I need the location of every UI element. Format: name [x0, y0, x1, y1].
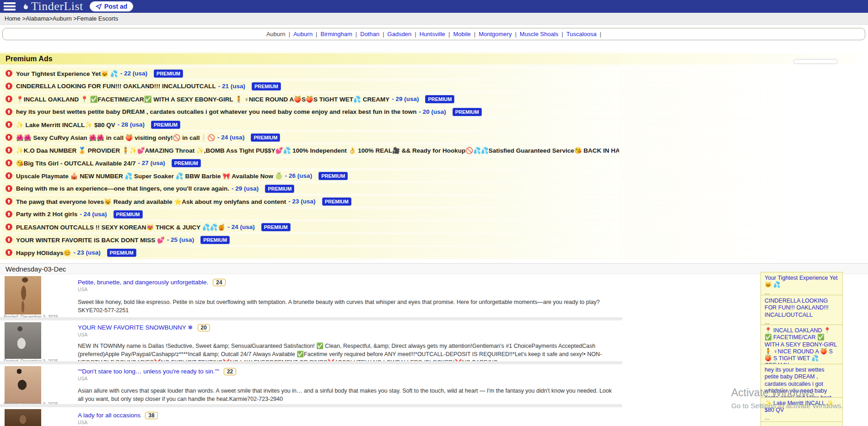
- listing-photo[interactable]: [5, 276, 41, 314]
- premium-ad-meta: - 22 (usa): [120, 70, 147, 77]
- city-separator: |: [561, 31, 563, 37]
- top-navbar: TinderList Post ad: [0, 0, 868, 13]
- premium-ad-text: ✨ Lake Merritt INCALL✨ $80 QV: [16, 121, 115, 128]
- premium-ad-row[interactable]: ⬆Upscale Playmate 🎪 NEW NUMBER 💦 Super S…: [4, 170, 619, 181]
- premium-ad-row[interactable]: ⬆hey its your best wettes petite baby DR…: [4, 106, 619, 117]
- listing-description: Sweet like honey, bold like espresso. Pe…: [78, 298, 613, 306]
- bump-up-icon: ⬆: [5, 108, 12, 115]
- premium-ad-row[interactable]: ⬆Your Tightest Experience Yet🐱 💦- 22 (us…: [4, 68, 619, 79]
- listing-item: Posted: December 3, 2025 "“Don't stare t…: [0, 364, 622, 404]
- sidebar-ad-text[interactable]: 📍 INCALL OAKLAND 📍 ✅ FACETIME/CAR ✅ WITH…: [765, 327, 839, 369]
- premium-ad-text: YOUR WINTER FAVORITE IS BACK DONT MISS 💕: [16, 236, 165, 244]
- menu-icon[interactable]: [4, 2, 16, 11]
- city-separator: |: [515, 31, 516, 37]
- city-link-dothan[interactable]: Dothan: [360, 31, 379, 37]
- premium-ad-text: Being with me is an experience—one that …: [16, 185, 229, 192]
- premium-ad-row[interactable]: ⬆😘Big Tits Girl - OUTCALL Available 24/7…: [4, 158, 619, 168]
- sidebar-ad-box[interactable]: Your Tightest Experience Yet🐱 💦 ...: [760, 272, 843, 298]
- horizontal-scrollbar[interactable]: [793, 59, 838, 64]
- premium-ad-meta: - 24 (usa): [217, 134, 244, 141]
- city-link-auburn-active: Auburn: [266, 31, 286, 37]
- premium-ad-row[interactable]: ⬆Being with me is an experience—one that…: [4, 183, 619, 194]
- premium-badge: PREMIUM: [261, 223, 291, 231]
- premium-ad-text: CINDERELLA LOOKING FOR FUN!!! OAKLAND!!!…: [16, 83, 216, 90]
- city-link-huntsville[interactable]: Huntsville: [420, 31, 445, 37]
- premium-badge: PREMIUM: [151, 121, 180, 129]
- listing-location: USA: [78, 332, 613, 337]
- premium-ad-meta: - 25 (usa): [167, 236, 194, 243]
- listing-photo[interactable]: [5, 322, 41, 359]
- city-separator: |: [316, 31, 317, 37]
- sidebar-ad-box[interactable]: CINDERELLA LOOKING FOR FUN!!! OAKLAND!!!…: [760, 295, 843, 327]
- premium-ad-row[interactable]: ⬆📍INCALL OAKLAND 📍 ✅FACETIME/CAR✅ WITH A…: [4, 94, 619, 104]
- sidebar-ad-box[interactable]: ✨ Lake Merritt INCALL ✨ $80 QV ...: [760, 397, 843, 423]
- page: TinderList Post ad Home >Alabama>Auburn …: [0, 0, 868, 426]
- premium-badge: PREMIUM: [107, 249, 136, 257]
- sidebar-ad-text[interactable]: ✨ Lake Merritt INCALL ✨ $80 QV: [765, 400, 839, 414]
- listing-photo[interactable]: [5, 366, 41, 404]
- city-link-gadsden[interactable]: Gadsden: [388, 31, 412, 37]
- site-logo[interactable]: TinderList: [21, 0, 83, 12]
- bump-up-icon: ⬆: [5, 121, 12, 128]
- city-link-mobile[interactable]: Mobile: [453, 31, 470, 37]
- premium-ad-row[interactable]: ⬆Party with 2 Hot girls- 24 (usa)PREMIUM: [4, 209, 619, 219]
- bump-up-icon: ⬆: [5, 172, 12, 179]
- listing-title-link[interactable]: A lady for all occasions: [78, 412, 140, 419]
- bump-up-icon: ⬆: [5, 83, 12, 90]
- listing-title-link[interactable]: "“Don't stare too long… unless you're re…: [78, 368, 219, 375]
- premium-ad-row[interactable]: ⬆Happy HOlidays😊- 23 (usa)PREMIUM: [4, 247, 619, 258]
- premium-ad-meta: - 23 (usa): [288, 198, 315, 205]
- premium-badge: PREMIUM: [154, 69, 183, 78]
- listing-location: USA: [78, 376, 613, 381]
- post-ad-button[interactable]: Post ad: [90, 1, 134, 11]
- city-separator: |: [289, 31, 290, 37]
- premium-ads-header: Premium Ads: [0, 53, 856, 64]
- listing-item: Posted: December 3, 2025 Petite, brunett…: [0, 274, 622, 317]
- logo-text: TinderList: [31, 0, 83, 12]
- breadcrumb[interactable]: Home >Alabama>Auburn >Female Escorts: [5, 15, 118, 22]
- listing-photo[interactable]: [5, 409, 41, 426]
- city-separator: |: [356, 31, 357, 37]
- premium-ad-row[interactable]: ⬆PLEASANTON OUTCALLS !! SEXY KOREAN😻 THI…: [4, 222, 619, 232]
- city-link-muscle-shoals[interactable]: Muscle Shoals: [520, 31, 559, 37]
- city-separator: |: [383, 31, 384, 37]
- premium-ad-row[interactable]: ⬆🌺🌺 Sexy CuRvy Asian 🌺🌺 in call 🍑 visiti…: [4, 132, 619, 143]
- premium-badge: PREMIUM: [265, 185, 294, 193]
- listing-phone: SKYE702-577-2251: [78, 306, 613, 314]
- premium-badge: PREMIUM: [425, 95, 454, 103]
- sidebar-ad-box[interactable]: [760, 421, 843, 426]
- paper-plane-icon: [96, 3, 102, 10]
- premium-ad-row[interactable]: ⬆✨K.O Daa NUMBER 🏅 PROVIDER 🧍✨💕AMAZING T…: [4, 145, 619, 155]
- sidebar-ad-ellipsis: ...: [765, 415, 839, 421]
- bump-up-icon: ⬆: [5, 249, 12, 256]
- premium-badge: PREMIUM: [453, 108, 482, 116]
- premium-ad-row[interactable]: ⬆✨ Lake Merritt INCALL✨ $80 QV- 28 (usa)…: [4, 119, 619, 130]
- premium-badge: PREMIUM: [322, 197, 351, 206]
- bump-up-icon: ⬆: [5, 147, 12, 154]
- premium-ad-row[interactable]: ⬆YOUR WINTER FAVORITE IS BACK DONT MISS …: [4, 234, 619, 245]
- breadcrumb-bar: Home >Alabama>Auburn >Female Escorts: [0, 13, 868, 25]
- premium-ad-row[interactable]: ⬆The pawg that everyone loves😼 Ready and…: [4, 196, 619, 207]
- premium-badge: PREMIUM: [113, 210, 143, 218]
- premium-ad-row[interactable]: ⬆CINDERELLA LOOKING FOR FUN!!! OAKLAND!!…: [4, 81, 619, 91]
- date-header: Wednesday-03-Dec: [5, 265, 66, 273]
- city-link-birmingham[interactable]: Birmingham: [321, 31, 352, 37]
- bump-up-icon: ⬆: [5, 96, 12, 102]
- premium-badge: PREMIUM: [251, 133, 280, 142]
- sidebar-ad-text[interactable]: Your Tightest Experience Yet🐱 💦: [765, 275, 839, 289]
- bump-up-icon: ⬆: [5, 236, 12, 243]
- premium-badge: PREMIUM: [252, 82, 281, 91]
- premium-ad-text: Upscale Playmate 🎪 NEW NUMBER 💦 Super So…: [16, 172, 283, 180]
- listing-title-link[interactable]: YOUR NEW FAVORITE SNOWBUNNY ❄: [78, 324, 193, 331]
- sidebar-ad-text[interactable]: CINDERELLA LOOKING FOR FUN!!! OAKLAND!!!…: [765, 298, 839, 319]
- bump-up-icon: ⬆: [5, 185, 12, 192]
- premium-ad-text: 📍INCALL OAKLAND 📍 ✅FACETIME/CAR✅ WITH A …: [16, 96, 389, 103]
- city-link-montgomery[interactable]: Montgomery: [479, 31, 512, 37]
- listing-title-link[interactable]: Petite, brunette, and dangerously unforg…: [78, 279, 208, 286]
- city-link-tuscaloosa[interactable]: Tuscaloosa: [566, 31, 597, 37]
- city-separator: |: [415, 31, 416, 37]
- listing-location: USA: [78, 287, 613, 292]
- premium-ad-text: ✨K.O Daa NUMBER 🏅 PROVIDER 🧍✨💕AMAZING Th…: [16, 147, 619, 154]
- city-link-auburn[interactable]: Auburn: [293, 31, 313, 37]
- city-separator: |: [448, 31, 450, 37]
